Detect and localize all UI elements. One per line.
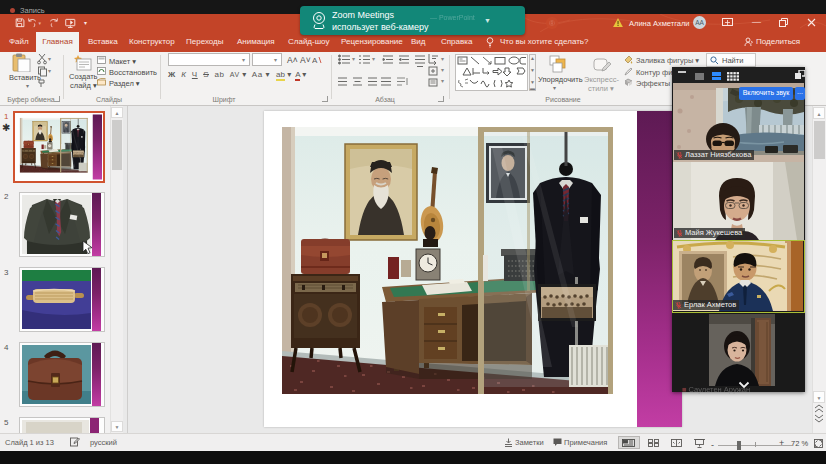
svg-text:®: ® <box>549 19 555 28</box>
svg-text:▾: ▾ <box>38 20 41 26</box>
svg-text:A: A <box>312 56 318 65</box>
svg-text:▾: ▾ <box>84 20 87 26</box>
